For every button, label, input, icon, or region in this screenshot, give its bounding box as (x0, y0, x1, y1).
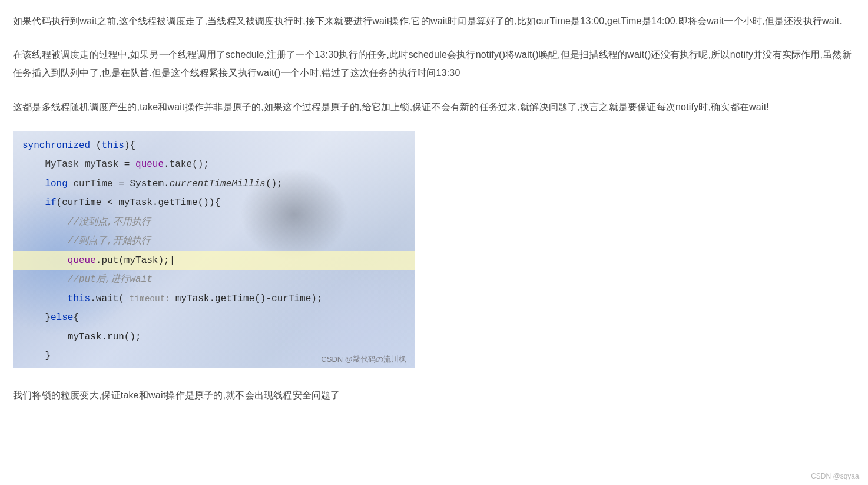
code-text: (); (266, 179, 283, 189)
code-indent (22, 236, 68, 246)
article-paragraph-1: 如果代码执行到wait之前,这个线程被调度走了,当线程又被调度执行时,接下来就要… (13, 12, 855, 30)
keyword-long: long (45, 179, 67, 189)
code-text (68, 179, 74, 189)
code-indent (22, 217, 68, 227)
code-indent (22, 179, 45, 189)
code-text: } (22, 351, 51, 361)
code-text: .put(myTask); (96, 255, 170, 266)
code-screenshot: synchronized (this){ MyTask myTask = que… (13, 131, 415, 368)
code-text: } (22, 312, 51, 323)
keyword-if: if (45, 197, 56, 208)
code-text: (curTime < myTask.getTime()){ (57, 197, 220, 208)
code-text: ( (90, 140, 101, 151)
code-indent (22, 274, 68, 285)
code-text: = (118, 159, 135, 170)
code-indent (22, 197, 45, 208)
code-text: myTask.getTime()-curTime); (175, 293, 323, 304)
code-indent (22, 293, 68, 304)
code-comment: //没到点,不用执行 (68, 217, 151, 227)
code-indent (22, 159, 45, 170)
keyword-this: this (68, 293, 90, 304)
code-text: .take(); (164, 159, 209, 170)
code-text (79, 159, 85, 170)
code-var: curTime (73, 179, 112, 189)
editor-caret: | (170, 255, 175, 266)
code-type: MyTask (45, 159, 79, 170)
code-field-queue: queue (135, 159, 164, 170)
code-comment: //到点了,开始执行 (68, 236, 151, 246)
code-text: { (73, 312, 79, 323)
code-text: myTask.run(); (22, 332, 141, 342)
article-paragraph-3: 这都是多线程随机调度产生的,take和wait操作并非是原子的,如果这个过程是原… (13, 98, 855, 116)
code-content: synchronized (this){ MyTask myTask = que… (13, 131, 415, 368)
keyword-this: this (101, 140, 124, 151)
keyword-else: else (51, 312, 73, 323)
code-indent (22, 255, 68, 266)
code-static-method: currentTimeMillis (170, 179, 266, 189)
code-comment: //put后,进行wait (68, 274, 153, 285)
code-watermark: CSDN @敲代码の流川枫 (321, 354, 406, 365)
code-text: .wait( (90, 293, 124, 304)
article-paragraph-4: 我们将锁的粒度变大,保证take和wait操作是原子的,就不会出现线程安全问题了 (13, 386, 855, 404)
code-field-queue: queue (68, 255, 96, 266)
keyword-synchronized: synchronized (22, 140, 90, 151)
article-paragraph-2: 在该线程被调度走的过程中,如果另一个线程调用了schedule,注册了一个13:… (13, 45, 855, 82)
code-var: myTask (85, 159, 119, 170)
parameter-hint: timeout: (124, 294, 175, 303)
code-text: = System. (113, 179, 170, 189)
code-text: ){ (124, 140, 135, 151)
